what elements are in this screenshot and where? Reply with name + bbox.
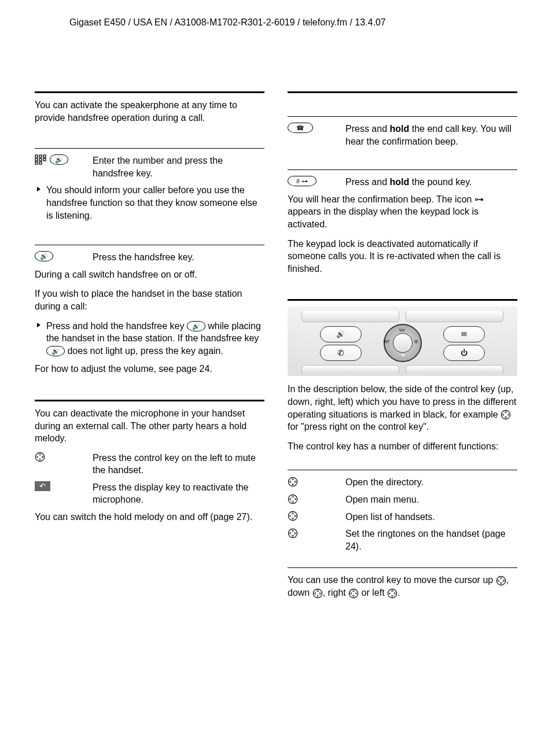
handsfree-key-icon: 🔊 (187, 321, 205, 331)
envelope-icon: ✉ (443, 326, 485, 342)
right-column: ☎ Press and hold the end call key. You w… (288, 91, 517, 606)
svg-rect-5 (43, 158, 46, 161)
bullet-arrow-icon (36, 320, 42, 330)
function-text: Open main menu. (345, 493, 517, 506)
control-up-icon (496, 575, 506, 585)
subsection-rule (35, 148, 264, 149)
handsfree-key-icon: 🔊 (46, 346, 65, 356)
function-text: Set the ringtones on the handset (page 2… (345, 528, 517, 552)
bullet-arrow-icon (36, 184, 42, 194)
document-page: { "header": "Gigaset E450 / USA EN / A31… (0, 0, 552, 640)
step-text: Press the handsfree key. (93, 251, 264, 264)
function-text: Open list of handsets. (345, 511, 517, 523)
body-text: You can switch the hold melody on and of… (35, 511, 264, 523)
body-text: In the description below, the side of th… (288, 383, 517, 433)
body-text: If you wish to place the handset in the … (35, 287, 264, 312)
step-text: Enter the number and press the handsfree… (93, 154, 264, 179)
control-right-icon (501, 410, 511, 419)
section-rule (35, 91, 264, 93)
svg-rect-6 (35, 162, 38, 164)
handsfree-key-icon: 🔊 (35, 251, 53, 261)
subsection-rule (35, 245, 264, 245)
section-rule (35, 400, 264, 401)
body-text: You will hear the confirmation beep. The… (288, 193, 517, 231)
step-text: Press and hold the pound key. (345, 176, 517, 189)
left-column: You can activate the speakerphone at any… (35, 91, 264, 606)
control-left-icon (288, 511, 298, 522)
control-key-illustration: 🔊 ✉ ✆ ⏻ Vol INT ☰ 📖 (288, 307, 517, 376)
svg-rect-4 (39, 158, 42, 161)
step-text: Press and hold the end call key. You wil… (345, 123, 517, 147)
control-up-icon (288, 528, 298, 539)
keypad-icon (35, 154, 46, 165)
svg-rect-0 (35, 155, 38, 157)
undo-display-key-icon: ↶ (35, 481, 50, 491)
body-text: You can deactivate the microphone in you… (35, 407, 264, 445)
page-header: Gigaset E450 / USA EN / A31008-M1702-R30… (35, 17, 517, 28)
control-right-icon (288, 493, 298, 504)
step-text: Press the control key on the left to mut… (93, 452, 264, 477)
subsection-rule (288, 567, 517, 568)
control-down-icon (288, 476, 298, 487)
subsection-rule (288, 169, 517, 170)
subsection-rule (288, 116, 517, 117)
step-text: Press the display key to reactivate the … (93, 481, 264, 506)
control-down-icon (312, 588, 323, 598)
function-text: Open the directory. (345, 476, 517, 489)
note-text: You should inform your caller before you… (46, 184, 264, 222)
power-key-icon: ⏻ (443, 345, 485, 361)
body-text: The keypad lock is deactivated automatic… (288, 238, 517, 275)
body-text: During a call switch handsfree on or off… (35, 268, 264, 281)
control-left-icon (35, 452, 45, 463)
step-text: Press and hold the handsfree key 🔊 while… (46, 320, 264, 357)
handsfree-key-icon: 🔊 (50, 154, 68, 165)
body-text: For how to adjust the volume, see page 2… (35, 363, 264, 375)
pound-key-icon: # ⊶ (288, 176, 317, 186)
section-rule (288, 91, 517, 93)
talk-key-icon: ✆ (320, 345, 362, 361)
svg-rect-3 (35, 158, 38, 161)
control-right-icon (348, 588, 359, 598)
svg-rect-2 (43, 155, 46, 157)
end-call-key-icon: ☎ (288, 123, 313, 133)
svg-rect-7 (39, 162, 42, 164)
svg-rect-1 (39, 155, 42, 157)
body-text: You can use the control key to move the … (288, 574, 517, 599)
handsfree-key-icon: 🔊 (320, 326, 362, 342)
intro-text: You can activate the speakerphone at any… (35, 99, 264, 124)
control-left-icon (387, 588, 398, 598)
section-rule (288, 299, 517, 301)
body-text: The control key has a number of differen… (288, 440, 517, 453)
subsection-rule (288, 470, 517, 470)
